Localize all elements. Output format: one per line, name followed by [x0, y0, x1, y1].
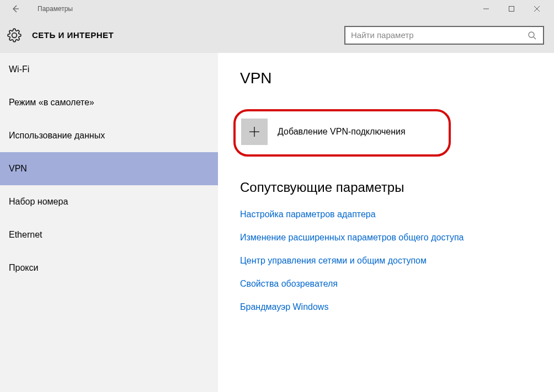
window-controls — [473, 0, 550, 18]
add-vpn-highlight: Добавление VPN-подключения — [233, 109, 451, 157]
svg-point-5 — [529, 32, 534, 37]
body: Wi-Fi Режим «в самолете» Использование д… — [0, 53, 554, 392]
maximize-button[interactable] — [499, 0, 524, 18]
link-adapter-settings[interactable]: Настройка параметров адаптера — [240, 210, 554, 219]
sidebar-item-label: Режим «в самолете» — [9, 98, 94, 108]
sidebar-item-label: Набор номера — [9, 197, 68, 207]
gear-icon — [7, 28, 22, 43]
svg-rect-2 — [509, 7, 514, 12]
sidebar: Wi-Fi Режим «в самолете» Использование д… — [0, 53, 218, 392]
link-windows-firewall[interactable]: Брандмауэр Windows — [240, 302, 554, 312]
sidebar-item-data-usage[interactable]: Использование данных — [0, 119, 218, 152]
back-button[interactable] — [7, 0, 24, 18]
close-button[interactable] — [524, 0, 550, 18]
sidebar-item-ethernet[interactable]: Ethernet — [0, 218, 218, 251]
sidebar-item-label: Ethernet — [9, 230, 42, 240]
sidebar-item-wifi[interactable]: Wi-Fi — [0, 53, 218, 86]
window-title: Параметры — [38, 5, 73, 13]
close-icon — [534, 6, 540, 12]
add-vpn-label: Добавление VPN-подключения — [278, 127, 406, 137]
header: СЕТЬ И ИНТЕРНЕТ — [0, 18, 554, 53]
sidebar-item-label: VPN — [9, 164, 27, 174]
minimize-icon — [483, 6, 489, 12]
link-internet-options[interactable]: Свойства обозревателя — [240, 279, 554, 289]
search-wrap — [344, 26, 544, 45]
svg-line-6 — [534, 37, 536, 39]
minimize-button[interactable] — [473, 0, 499, 18]
page-heading: VPN — [240, 69, 554, 87]
section-title: СЕТЬ И ИНТЕРНЕТ — [32, 30, 114, 40]
sidebar-item-label: Использование данных — [9, 131, 105, 141]
sidebar-item-proxy[interactable]: Прокси — [0, 251, 218, 284]
sidebar-item-vpn[interactable]: VPN — [0, 152, 218, 185]
arrow-left-icon — [11, 4, 20, 13]
sidebar-item-label: Wi-Fi — [9, 65, 29, 74]
sidebar-item-airplane[interactable]: Режим «в самолете» — [0, 86, 218, 119]
sidebar-item-label: Прокси — [9, 263, 38, 273]
link-network-sharing-center[interactable]: Центр управления сетями и общим доступом — [240, 256, 554, 266]
sidebar-item-dialup[interactable]: Набор номера — [0, 185, 218, 218]
search-input[interactable] — [351, 30, 526, 40]
titlebar: Параметры — [0, 0, 554, 18]
plus-icon — [248, 125, 261, 138]
add-vpn-button[interactable] — [241, 119, 268, 145]
related-heading: Сопутсвующие параметры — [240, 180, 554, 195]
search-box[interactable] — [344, 26, 544, 45]
main-content: VPN Добавление VPN-подключения Сопутсвую… — [218, 53, 554, 392]
link-advanced-sharing[interactable]: Изменение расширенных параметров общего … — [240, 233, 554, 243]
maximize-icon — [508, 6, 515, 12]
search-icon — [526, 30, 537, 41]
